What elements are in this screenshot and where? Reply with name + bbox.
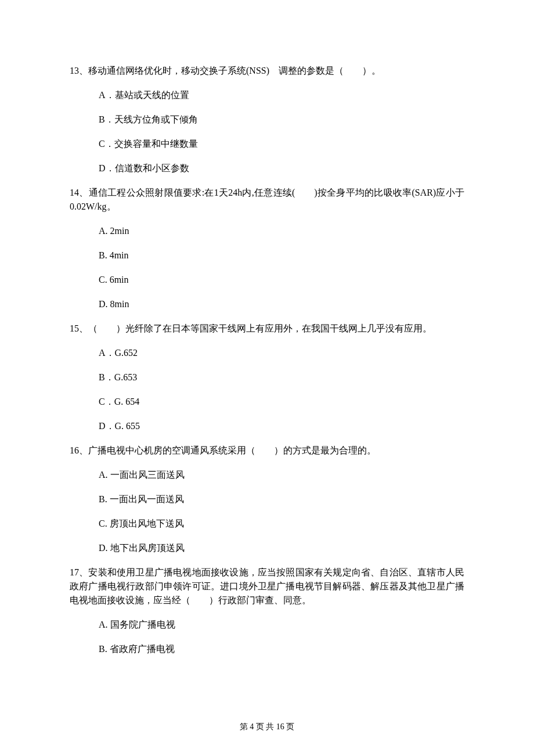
question-13: 13、移动通信网络优化时，移动交换子系统(NSS) 调整的参数是（ ）。 A．基… <box>70 64 464 175</box>
choice-list: A. 一面出风三面送风 B. 一面出风一面送风 C. 房顶出风地下送风 D. 地… <box>70 468 464 555</box>
choice-a: A．基站或天线的位置 <box>99 88 464 102</box>
choice-c: C. 房顶出风地下送风 <box>99 517 464 531</box>
choice-b: B. 一面出风一面送风 <box>99 492 464 506</box>
choice-d: D．G. 655 <box>99 419 464 433</box>
question-stem: 15、（ ）光纤除了在日本等国家干线网上有应用外，在我国干线网上几乎没有应用。 <box>70 322 464 336</box>
question-stem: 16、广播电视中心机房的空调通风系统采用（ ）的方式是最为合理的。 <box>70 444 464 458</box>
page-footer: 第 4 页 共 16 页 <box>0 721 534 733</box>
choice-b: B. 4min <box>99 249 464 262</box>
question-16: 16、广播电视中心机房的空调通风系统采用（ ）的方式是最为合理的。 A. 一面出… <box>70 444 464 555</box>
choice-d: D. 地下出风房顶送风 <box>99 541 464 555</box>
choice-a: A. 一面出风三面送风 <box>99 468 464 482</box>
choice-d: D．信道数和小区参数 <box>99 161 464 175</box>
question-stem: 14、通信工程公众照射限值要求:在1天24h内,任意连续( )按全身平均的比吸收… <box>70 186 464 214</box>
choice-list: A．基站或天线的位置 B．天线方位角或下倾角 C．交换容量和中继数量 D．信道数… <box>70 88 464 175</box>
choice-b: B．G.653 <box>99 370 464 384</box>
question-stem: 17、安装和使用卫星广播电视地面接收设施，应当按照国家有关规定向省、自治区、直辖… <box>70 566 464 607</box>
choice-a: A. 2min <box>99 224 464 238</box>
choice-list: A．G.652 B．G.653 C．G. 654 D．G. 655 <box>70 346 464 433</box>
question-15: 15、（ ）光纤除了在日本等国家干线网上有应用外，在我国干线网上几乎没有应用。 … <box>70 322 464 433</box>
choice-list: A. 2min B. 4min C. 6min D. 8min <box>70 224 464 311</box>
page-content: 13、移动通信网络优化时，移动交换子系统(NSS) 调整的参数是（ ）。 A．基… <box>0 0 534 656</box>
choice-b: B. 省政府广播电视 <box>99 642 464 656</box>
choice-c: C．交换容量和中继数量 <box>99 137 464 151</box>
question-17: 17、安装和使用卫星广播电视地面接收设施，应当按照国家有关规定向省、自治区、直辖… <box>70 566 464 656</box>
choice-a: A. 国务院广播电视 <box>99 618 464 632</box>
choice-c: C. 6min <box>99 273 464 287</box>
question-stem: 13、移动通信网络优化时，移动交换子系统(NSS) 调整的参数是（ ）。 <box>70 64 464 78</box>
choice-c: C．G. 654 <box>99 395 464 409</box>
question-14: 14、通信工程公众照射限值要求:在1天24h内,任意连续( )按全身平均的比吸收… <box>70 186 464 311</box>
choice-a: A．G.652 <box>99 346 464 360</box>
choice-d: D. 8min <box>99 297 464 311</box>
choice-list: A. 国务院广播电视 B. 省政府广播电视 <box>70 618 464 656</box>
choice-b: B．天线方位角或下倾角 <box>99 113 464 127</box>
